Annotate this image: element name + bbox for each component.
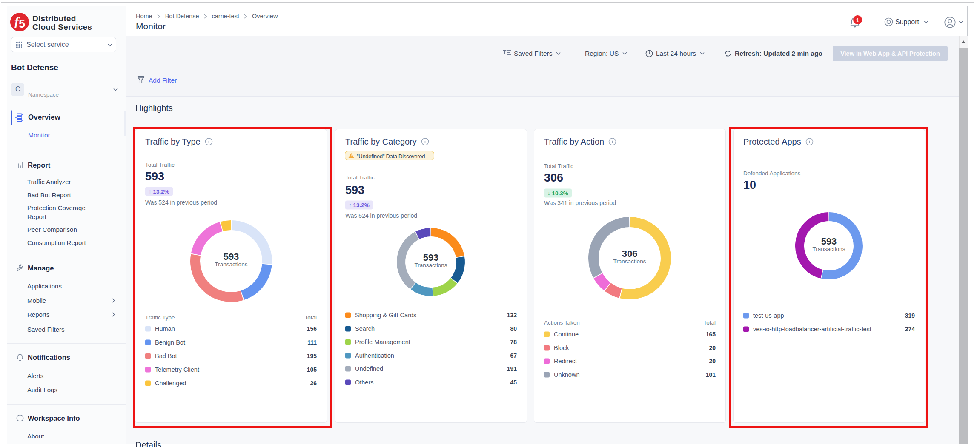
svg-text:5: 5	[19, 17, 25, 30]
